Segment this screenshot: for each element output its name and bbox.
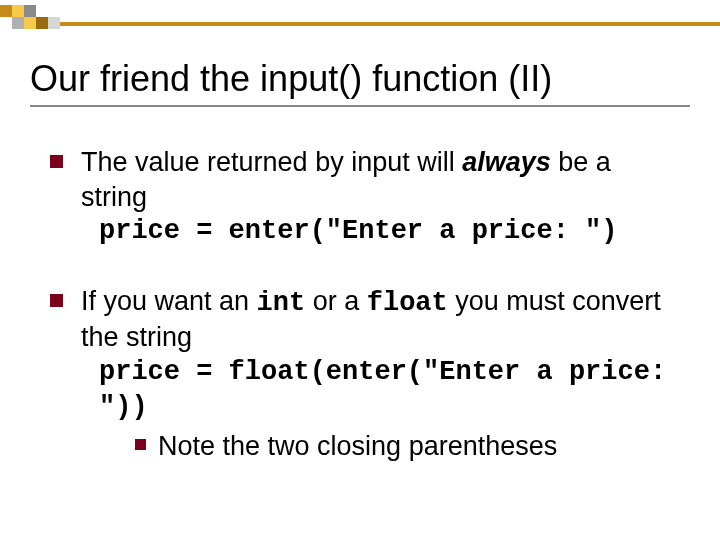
text: The value returned by input will <box>81 147 462 177</box>
text: If you want an <box>81 286 257 316</box>
bullet-item: The value returned by input will always … <box>50 145 680 249</box>
title-area: Our friend the input() function (II) <box>0 0 720 115</box>
title-underline <box>30 105 690 107</box>
code-line: price = enter("Enter a price: ") <box>81 214 680 249</box>
text: or a <box>305 286 367 316</box>
square-bullet-icon <box>50 294 63 307</box>
sub-bullet-text: Note the two closing parentheses <box>158 429 557 464</box>
emphasis-text: always <box>462 147 551 177</box>
sub-bullet-item: Note the two closing parentheses <box>81 429 680 464</box>
inline-code: float <box>367 288 448 318</box>
square-bullet-icon <box>50 155 63 168</box>
slide-title: Our friend the input() function (II) <box>30 58 690 99</box>
bullet-item: If you want an int or a float you must c… <box>50 284 680 464</box>
bullet-content: If you want an int or a float you must c… <box>81 284 680 464</box>
bullet-content: The value returned by input will always … <box>81 145 680 249</box>
code-line: price = float(enter("Enter a price: ")) <box>81 355 680 425</box>
inline-code: int <box>257 288 306 318</box>
slide-body: The value returned by input will always … <box>0 115 720 463</box>
slide: Our friend the input() function (II) The… <box>0 0 720 540</box>
square-bullet-icon <box>135 439 146 450</box>
